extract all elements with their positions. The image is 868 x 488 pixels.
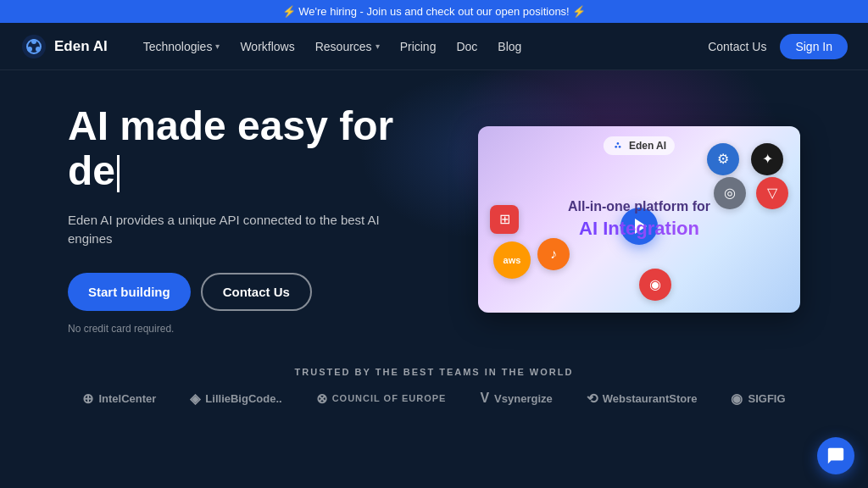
video-card[interactable]: ✦ ⚙ ▽ ◎ ⊞ aws ♪ ◉ Eden AI All-in-one pla… bbox=[478, 126, 800, 313]
svg-point-3 bbox=[36, 47, 41, 52]
nav-links: Technologies ▾ Workflows Resources ▾ Pri… bbox=[135, 35, 709, 58]
nav-contact-link[interactable]: Contact Us bbox=[708, 40, 766, 53]
logo-sigfig: ◉ SIGFIG bbox=[731, 391, 785, 407]
start-building-button[interactable]: Start building bbox=[68, 273, 191, 311]
logo-lilliebigcode: ◈ LillieBigCode.. bbox=[190, 391, 281, 407]
text-cursor bbox=[117, 155, 120, 192]
council-icon: ⊗ bbox=[316, 391, 327, 407]
banner-text: ⚡ We're hiring - Join us and check out o… bbox=[282, 5, 587, 18]
no-credit-text: No credit card required. bbox=[68, 323, 478, 335]
nav-blog[interactable]: Blog bbox=[489, 35, 530, 58]
top-banner[interactable]: ⚡ We're hiring - Join us and check out o… bbox=[0, 0, 868, 23]
video-main-text: AI Integration bbox=[568, 218, 710, 240]
hero-title: AI made easy for de bbox=[68, 104, 478, 194]
nav-workflows[interactable]: Workflows bbox=[231, 35, 303, 58]
hero-buttons: Start building Contact Us bbox=[68, 273, 478, 311]
logo-intelcenter: ⊕ IntelCenter bbox=[82, 391, 156, 407]
logo[interactable]: Eden AI bbox=[20, 33, 108, 60]
chat-bubble-button[interactable] bbox=[817, 437, 854, 474]
logo-vsynergize: V Vsynergize bbox=[480, 391, 552, 406]
nav-resources[interactable]: Resources ▾ bbox=[307, 35, 388, 58]
hero-subtitle: Eden AI provides a unique API connected … bbox=[68, 211, 390, 249]
svg-point-4 bbox=[27, 47, 32, 52]
nav-doc[interactable]: Doc bbox=[448, 35, 486, 58]
webstaurant-icon: ⟲ bbox=[587, 391, 598, 407]
signin-button[interactable]: Sign In bbox=[780, 34, 848, 59]
svg-point-2 bbox=[31, 39, 36, 44]
logo-council-europe: ⊗ Council of Europe bbox=[316, 391, 447, 407]
video-overlay: All-in-one platform for AI Integration bbox=[478, 126, 800, 313]
nav-pricing[interactable]: Pricing bbox=[392, 35, 445, 58]
logo-text: Eden AI bbox=[54, 38, 108, 55]
video-tagline: All-in-one platform for bbox=[568, 199, 710, 214]
svg-point-0 bbox=[22, 35, 46, 58]
trusted-label: TRUSTED BY THE BEST TEAMS IN THE WORLD bbox=[68, 367, 800, 377]
sigfig-icon: ◉ bbox=[731, 391, 743, 407]
chevron-down-icon: ▾ bbox=[376, 42, 380, 51]
trusted-logos: ⊕ IntelCenter ◈ LillieBigCode.. ⊗ Counci… bbox=[68, 391, 800, 407]
logo-webstaurantstore: ⟲ WebstaurantStore bbox=[587, 391, 698, 407]
chevron-down-icon: ▾ bbox=[215, 42, 220, 51]
nav-right: Contact Us Sign In bbox=[708, 34, 848, 59]
trusted-section: TRUSTED BY THE BEST TEAMS IN THE WORLD ⊕… bbox=[0, 352, 868, 415]
vsynergize-icon: V bbox=[480, 391, 489, 406]
video-center-text: All-in-one platform for AI Integration bbox=[568, 199, 710, 240]
chat-icon bbox=[826, 446, 845, 465]
intelcenter-icon: ⊕ bbox=[82, 391, 93, 407]
hero-left: AI made easy for de Eden AI provides a u… bbox=[68, 104, 478, 335]
nav-technologies[interactable]: Technologies ▾ bbox=[135, 35, 229, 58]
hero-right: ✦ ⚙ ▽ ◎ ⊞ aws ♪ ◉ Eden AI All-in-one pla… bbox=[478, 126, 800, 313]
navbar: Eden AI Technologies ▾ Workflows Resourc… bbox=[0, 23, 868, 70]
lilliebigcode-icon: ◈ bbox=[190, 391, 200, 407]
hero-section: AI made easy for de Eden AI provides a u… bbox=[0, 70, 868, 352]
contact-us-button[interactable]: Contact Us bbox=[201, 273, 312, 311]
logo-icon bbox=[20, 33, 47, 60]
